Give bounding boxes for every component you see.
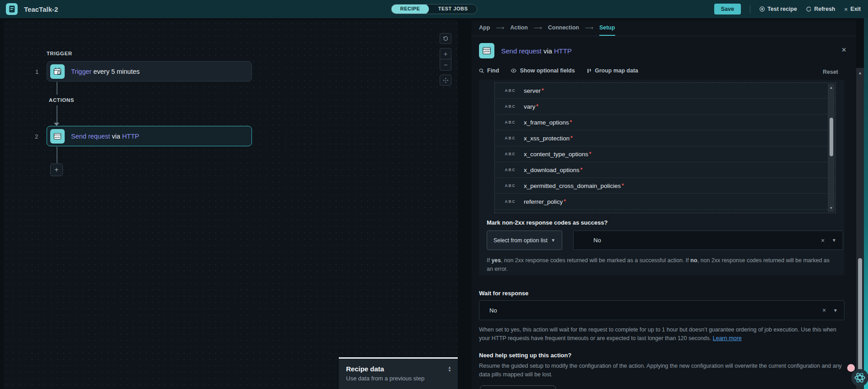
reset-view-button[interactable]	[440, 33, 451, 44]
required-marker: *	[622, 182, 624, 189]
close-panel-icon[interactable]: ×	[841, 45, 846, 55]
find-button[interactable]: Find	[479, 67, 499, 74]
refresh-button[interactable]: Refresh	[806, 6, 835, 12]
page-scrollbar[interactable]: ▲ ▼	[856, 68, 864, 389]
connector-arrow	[54, 123, 59, 126]
breadcrumb-arrow-icon: ⟶	[585, 20, 593, 36]
guided-setup-button[interactable]	[480, 385, 556, 389]
panel-title: Send request via HTTP	[501, 47, 572, 55]
breadcrumb-arrow-icon: ⟶	[496, 20, 504, 36]
scroll-down-icon[interactable]: ▼	[828, 206, 835, 210]
non2xx-label: Mark non-2xx response codes as success?	[487, 219, 607, 226]
chevron-down-icon: ▼	[551, 238, 555, 243]
required-marker: *	[542, 87, 544, 94]
http-action-card[interactable]: 2 HTTP Send request via HTTP	[47, 126, 252, 146]
schema-field-row[interactable]: ABC x_frame_options *	[495, 115, 835, 130]
schedule-trigger-icon	[50, 64, 65, 79]
scroll-up-icon[interactable]: ▲	[856, 71, 864, 75]
recipe-canvas[interactable]: + − TRIGGER 1 Trigger every 5 minutes AC…	[4, 20, 458, 389]
eye-icon	[511, 68, 517, 73]
non2xx-controls: Select from option list ▼ No × ▼	[487, 231, 836, 250]
zoom-out-button[interactable]: −	[440, 59, 451, 70]
zoom-group: + −	[440, 48, 451, 71]
show-optional-fields-button[interactable]: Show optional fields	[511, 67, 575, 74]
atom-icon	[854, 372, 866, 384]
scroll-up-icon[interactable]: ▲	[828, 86, 835, 90]
trigger-step-card[interactable]: 1 Trigger every 5 minutes	[47, 61, 252, 82]
panel-header: HTTP Send request via HTTP	[479, 43, 572, 58]
send-request-link[interactable]: Send request	[501, 47, 541, 55]
recipe-data-title: Recipe data	[346, 365, 451, 373]
required-marker: *	[580, 167, 583, 173]
group-map-data-button[interactable]: Group map data	[587, 67, 638, 74]
http-link[interactable]: HTTP	[554, 47, 572, 55]
breadcrumb-action[interactable]: Action	[510, 20, 528, 36]
add-step-button[interactable]: +	[50, 163, 63, 176]
clear-value-icon[interactable]: ×	[821, 237, 825, 244]
group-map-icon	[587, 68, 592, 73]
non2xx-mode-dropdown[interactable]: Select from option list ▼	[487, 231, 562, 250]
tab-test-jobs[interactable]: TEST JOBS	[429, 4, 477, 14]
learn-more-link[interactable]: Learn more	[713, 335, 742, 341]
tab-recipe[interactable]: RECIPE	[391, 4, 429, 14]
breadcrumb: App ⟶ Action ⟶ Connection ⟶ Setup	[471, 20, 856, 36]
clear-value-icon[interactable]: ×	[822, 307, 826, 314]
required-marker: *	[570, 119, 572, 125]
test-recipe-button[interactable]: Test recipe	[759, 6, 797, 12]
app-window: TeacTalk-2 RECIPE TEST JOBS Save Test re…	[0, 0, 868, 389]
exit-button[interactable]: × Exit	[844, 6, 861, 13]
actions-section-label: ACTIONS	[49, 97, 74, 103]
schema-field-row[interactable]: ABC x_content_type_options *	[495, 146, 835, 162]
response-fields-card: ABC server * ABC vary * ABC x_frame_opti…	[479, 80, 844, 275]
http-app-icon: HTTP	[50, 129, 65, 144]
schema-field-row[interactable]: ABC vary *	[495, 99, 835, 115]
expand-collapse-icon[interactable]: ▲▼	[448, 366, 451, 372]
http-app-icon: HTTP	[479, 43, 494, 58]
pan-button[interactable]	[440, 75, 451, 86]
schema-field-row[interactable]: ABC x_xss_protection *	[495, 130, 835, 146]
recipe-testjobs-toggle: RECIPE TEST JOBS	[391, 4, 478, 14]
chevron-down-icon[interactable]: ▼	[832, 238, 836, 243]
canvas-controls: + −	[440, 33, 451, 86]
devtools-bubble[interactable]	[851, 369, 868, 386]
notification-dot	[847, 364, 855, 372]
step-number: 1	[35, 62, 38, 82]
schema-field-row[interactable]: ABC server *	[495, 83, 835, 99]
scrollbar-thumb[interactable]	[830, 118, 833, 156]
svg-text:HTTP: HTTP	[484, 51, 490, 53]
string-type-icon: ABC	[505, 183, 520, 188]
string-type-icon: ABC	[505, 88, 520, 93]
schema-field-row[interactable]: ABC x_download_options *	[495, 162, 835, 178]
save-button[interactable]: Save	[714, 4, 741, 14]
topbar-divider	[750, 5, 750, 13]
chevron-down-icon[interactable]: ▼	[833, 308, 838, 313]
string-type-icon: ABC	[505, 104, 520, 109]
http-link[interactable]: HTTP	[122, 133, 139, 140]
non2xx-value-input[interactable]: No × ▼	[573, 231, 843, 250]
breadcrumb-setup[interactable]: Setup	[599, 20, 615, 36]
wait-for-response-label: Wait for response	[479, 290, 528, 297]
string-type-icon: ABC	[505, 120, 520, 125]
trigger-link[interactable]: Trigger	[71, 68, 91, 75]
string-type-icon: ABC	[505, 199, 520, 204]
recipe-data-panel[interactable]: Recipe data Use data from a previous ste…	[339, 357, 458, 389]
test-recipe-icon	[759, 6, 765, 12]
required-marker: *	[570, 135, 573, 141]
reset-view-icon	[443, 36, 448, 41]
scrollbar-thumb[interactable]	[858, 258, 862, 375]
wait-for-response-input[interactable]: No × ▼	[479, 300, 844, 320]
reset-button[interactable]: Reset	[823, 69, 838, 75]
schema-field-row[interactable]: ABC x_permitted_cross_domain_policies *	[495, 178, 835, 194]
send-request-link[interactable]: Send request	[71, 133, 110, 140]
step-number: 2	[35, 126, 38, 147]
schema-field-row[interactable]: ABC referrer_policy *	[495, 194, 835, 210]
non2xx-help-text: If yes, non 2xx response codes returned …	[487, 256, 836, 274]
svg-text:HTTP: HTTP	[55, 136, 60, 138]
breadcrumb-connection[interactable]: Connection	[548, 20, 579, 36]
breadcrumb-app[interactable]: App	[479, 20, 490, 36]
breadcrumb-arrow-icon: ⟶	[534, 20, 542, 36]
trigger-section-label: TRIGGER	[47, 51, 72, 56]
zoom-in-button[interactable]: +	[440, 48, 451, 59]
schema-list-scrollbar[interactable]: ▲ ▼	[828, 84, 835, 212]
search-icon	[479, 68, 484, 73]
